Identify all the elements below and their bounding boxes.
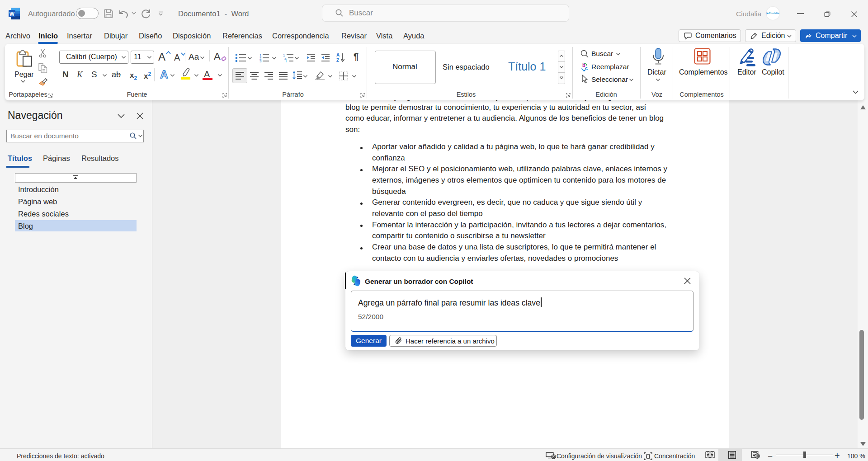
svg-text:Z: Z: [336, 58, 339, 63]
svg-text:c: c: [585, 66, 588, 71]
svg-text:3: 3: [259, 59, 262, 63]
svg-text:i: i: [286, 59, 287, 63]
svg-text:A: A: [336, 52, 340, 57]
svg-text:W: W: [9, 11, 15, 17]
svg-text:A: A: [160, 68, 168, 80]
